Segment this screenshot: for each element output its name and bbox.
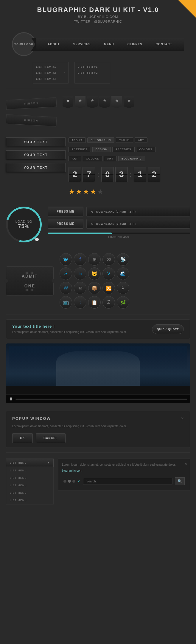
social-rss[interactable]: 📡 (117, 253, 129, 266)
nav-items: ABOUT SERVICES MENU CLIENTS CONTACT (36, 41, 184, 47)
dropdown-section: LIST ITEM #1 LIST ITEM #2 › LIST ITEM #3… (6, 62, 190, 83)
chevron-right-icon: › (64, 72, 65, 74)
tag[interactable]: FREEBIES (69, 147, 91, 152)
list-item-3[interactable]: LIST MENU (6, 482, 53, 489)
video-pause-button[interactable]: ⏸ (9, 397, 13, 401)
nav-menu[interactable]: MENU (102, 41, 116, 47)
tag[interactable]: ART (69, 156, 81, 161)
bookmark-3[interactable]: ★ (87, 96, 98, 108)
tag[interactable]: ART (135, 137, 147, 143)
popup-window: POPUP WINDOW × Lorem ipsum dolor sit ame… (6, 411, 190, 448)
quote-section: Your text title here ! Lorem ipsum dolor… (6, 319, 190, 339)
tag[interactable]: COLORS (83, 156, 102, 161)
banner-ribbon-2: YOUR TEXT (6, 150, 66, 159)
progress-section: LOADING 45% (48, 231, 190, 240)
countdown-d3: 0 (101, 167, 114, 182)
countdown-d1: 2 (69, 167, 81, 182)
video-section: ⏸ (6, 343, 190, 403)
loading-dot (35, 238, 39, 241)
nav-about[interactable]: ABOUT (45, 41, 62, 47)
download-icon: ⊙ (91, 210, 94, 213)
list-menu: LIST MENU ▾ LIST MENU LIST MENU LIST MEN… (6, 459, 54, 504)
separator (6, 452, 190, 453)
social-podcast[interactable]: 🎙 (117, 282, 129, 294)
ticket-decoration: |||||||| (15, 271, 44, 274)
countdown-d2: 7 (83, 167, 95, 182)
dropdown-item[interactable]: LIST ITEM #2 (75, 70, 110, 76)
social-twitter[interactable]: 🐦 (60, 253, 72, 266)
social-tumblr[interactable]: t (74, 296, 86, 309)
social-wordpress[interactable]: W (60, 282, 72, 294)
search-button[interactable]: 🔍 (175, 477, 185, 485)
star-filled[interactable]: ★★★★ (69, 188, 97, 196)
info-body: Lorem ipsum dolor sit amet, consectetur … (62, 462, 186, 467)
list-items: LIST MENU LIST MENU LIST MENU LIST MENU … (6, 467, 54, 504)
nav-clients[interactable]: CLIENTS (125, 41, 145, 47)
press-me-button-1[interactable]: PRESS ME (48, 207, 83, 216)
dropdown-item[interactable]: LIST ITEM #1 (75, 64, 110, 70)
separator (6, 133, 190, 133)
social-os[interactable]: OS (102, 253, 115, 266)
press-me-button-2[interactable]: PRESS ME (48, 219, 83, 229)
tag[interactable]: TAG #1 (69, 137, 86, 143)
search-input[interactable] (83, 478, 172, 485)
check-icon: ✓ (78, 479, 81, 484)
download-button-2[interactable]: ⊙ DOWNLOAD (2.4MB - ZIP) (86, 219, 190, 229)
ticket-line1: ADMIT (15, 274, 44, 278)
social-grid-icon[interactable]: ⊞ (88, 253, 101, 266)
info-close-button[interactable]: × (185, 461, 187, 467)
ribbon-diagonal-1: RIBBON (6, 97, 57, 110)
social-youtube[interactable]: 📺 (60, 296, 72, 309)
ticket-line2: ONE (15, 284, 44, 288)
social-share[interactable]: 🔀 (102, 282, 115, 294)
tag[interactable]: ART (104, 156, 117, 161)
cancel-button[interactable]: CANCEL (36, 433, 66, 443)
ok-button[interactable]: OK (12, 433, 33, 443)
dropdown-item[interactable]: LIST ITEM #1 (33, 64, 68, 70)
list-item-5[interactable]: LIST MENU (6, 497, 53, 504)
list-item-2[interactable]: LIST MENU (6, 474, 53, 482)
social-email[interactable]: ✉ (74, 282, 86, 294)
dropdown-item[interactable]: LIST ITEM #3 (33, 76, 68, 82)
info-link[interactable]: blugraphic.com (62, 469, 82, 472)
bookmark-1[interactable]: ★ (63, 96, 73, 108)
social-github[interactable]: 🐱 (88, 267, 101, 280)
separator (6, 247, 190, 247)
bookmark-2[interactable]: ★ (75, 96, 85, 108)
social-leaf[interactable]: 🌿 (117, 296, 129, 309)
buttons-col: PRESS ME ⊙ DOWNLOAD (2.4MB - ZIP) PRESS … (48, 207, 190, 240)
social-layers[interactable]: 📋 (88, 296, 101, 309)
tag[interactable]: COLORS (136, 147, 156, 152)
bookmark-6[interactable]: ★ (124, 96, 134, 108)
nav-contact[interactable]: CONTACT (153, 41, 175, 47)
download-button-1[interactable]: ⊙ DOWNLOAD (2.4MB - ZIP) (86, 207, 190, 216)
list-section: LIST MENU ▾ LIST MENU LIST MENU LIST MEN… (0, 454, 196, 509)
tag[interactable]: BLUGRAPHIC (118, 156, 145, 161)
tag[interactable]: BLUGRAPHIC (87, 137, 114, 143)
separator (6, 88, 190, 88)
list-item-1[interactable]: LIST MENU (6, 467, 53, 474)
banners-col: YOUR TEXT YOUR TEXT YOUR TEXT (6, 137, 63, 172)
tag[interactable]: DESIGN (92, 147, 111, 152)
bookmark-4[interactable]: ★ (99, 96, 110, 108)
social-skype[interactable]: S (60, 267, 72, 280)
countdown-d5: 1 (134, 167, 146, 182)
video-progress-bar[interactable] (15, 399, 187, 400)
search-dots (63, 480, 75, 483)
social-delicious[interactable]: 🌊 (117, 267, 129, 280)
quick-quote-button[interactable]: QUICK QUOTE (152, 324, 184, 334)
nav-services[interactable]: SERVICES (71, 41, 93, 47)
social-vimeo[interactable]: V (102, 267, 115, 280)
social-linkedin[interactable]: in (74, 267, 86, 280)
chevron-down-icon: ▾ (48, 461, 50, 464)
social-dropbox[interactable]: 📦 (88, 282, 101, 294)
popup-close-button[interactable]: × (181, 416, 184, 421)
road (6, 386, 190, 394)
social-facebook[interactable]: f (74, 253, 86, 266)
tag[interactable]: TAG #1 (116, 137, 133, 143)
dropdown-item[interactable]: LIST ITEM #2 › (33, 70, 68, 76)
social-zootool[interactable]: Z (102, 296, 115, 309)
bookmark-5[interactable]: ★ (111, 96, 122, 108)
list-item-4[interactable]: LIST MENU (6, 489, 53, 497)
tag[interactable]: FREEBIES (112, 147, 135, 152)
